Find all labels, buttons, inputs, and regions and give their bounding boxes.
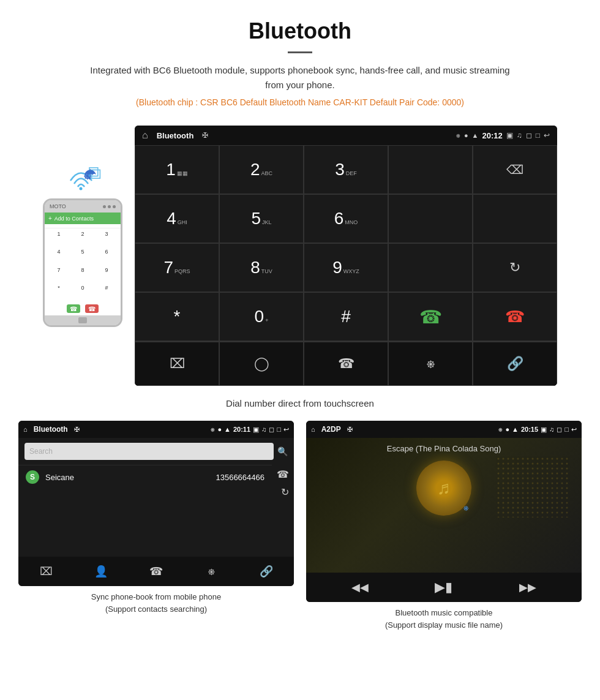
camera-icon[interactable]: ▣ — [506, 131, 513, 140]
pb-bottom-bt[interactable]: ⎈ — [184, 557, 239, 586]
close-icon[interactable]: ◻ — [526, 131, 532, 140]
pb-search-icon[interactable]: 🔍 — [277, 446, 288, 456]
svg-point-0 — [80, 187, 83, 190]
music-status-bar: ⌂ A2DP ✠ ⎈ ● ▲ 20:15 ▣ ♫ ◻ □ ↩ — [306, 421, 582, 438]
dial-key-3[interactable]: 3DEF — [304, 145, 388, 194]
phone-device-mockup: MOTO + Add to Contacts 1 2 3 4 5 6 — [43, 198, 122, 327]
dial-key-7[interactable]: 7PQRS — [135, 243, 219, 292]
dial-refresh-key[interactable]: ↻ — [473, 243, 557, 292]
music-note-icon: ♬ — [437, 478, 451, 499]
dial-key-8[interactable]: 8TUV — [219, 243, 304, 292]
music-x-icon[interactable]: ◻ — [557, 426, 562, 434]
phonebook-screen-wrapper: ⌂ Bluetooth ✠ ⎈ ● ▲ 20:11 ▣ ♫ ◻ □ ↩ — [18, 421, 294, 631]
music-prev-icon[interactable]: ◀◀ — [351, 581, 369, 594]
pb-home-icon[interactable]: ⌂ — [23, 426, 28, 433]
music-play-pause-icon[interactable]: ▶▮ — [435, 579, 452, 595]
pb-bottom-link[interactable]: 🔗 — [239, 557, 294, 586]
music-signal-icon: ▲ — [512, 426, 519, 433]
svg-rect-3 — [496, 456, 569, 517]
pb-contact-number: 13566664466 — [216, 473, 264, 482]
music-back-icon[interactable]: ↩ — [571, 426, 577, 434]
pb-bottom-phone[interactable]: ☎ — [129, 557, 184, 586]
music-win-icon[interactable]: □ — [564, 426, 569, 433]
music-time: 20:15 — [521, 426, 538, 433]
music-home-icon[interactable]: ⌂ — [311, 426, 315, 433]
phone-key-8: 8 — [71, 266, 94, 283]
music-loc-icon: ● — [505, 426, 509, 433]
music-bt-badge-icon: ⎈ — [463, 503, 468, 513]
bottom-screenshots: ⌂ Bluetooth ✠ ⎈ ● ▲ 20:11 ▣ ♫ ◻ □ ↩ — [0, 421, 600, 631]
music-song-title: Escape (The Pina Colada Song) — [387, 444, 501, 453]
dial-status-time: 20:12 — [482, 131, 503, 140]
music-vol-icon[interactable]: ♫ — [549, 426, 554, 433]
dial-key-9[interactable]: 9WXYZ — [304, 243, 388, 292]
pb-phone-right-icon[interactable]: ☎ — [277, 469, 289, 480]
phone-key-3: 3 — [95, 230, 118, 247]
phone-home-button[interactable] — [78, 317, 87, 323]
dial-key-2[interactable]: 2ABC — [219, 145, 304, 194]
backspace-icon: ⌫ — [506, 162, 523, 177]
usb-icon: ✠ — [202, 131, 208, 140]
phone-call-red-btn[interactable]: ☎ — [85, 304, 99, 313]
pb-contact-letter: S — [26, 470, 39, 484]
dial-cell-empty-1 — [388, 145, 473, 194]
dial-bottom-phone-icon[interactable]: ☎ — [304, 342, 388, 386]
pb-win-icon[interactable]: □ — [277, 426, 281, 433]
phone-number-display — [45, 224, 121, 228]
phone-top-bar: MOTO — [45, 200, 121, 213]
dialpad-grid: 1▦▦ 2ABC 3DEF ⌫ 4GHI 5JKL 6MNO — [135, 145, 557, 341]
pb-bottom-grid[interactable]: ⌧ — [18, 557, 73, 586]
dial-backspace-key[interactable]: ⌫ — [473, 145, 557, 194]
dial-bottom-person-icon[interactable]: ◯ — [219, 342, 304, 386]
dial-bottom-bluetooth-icon[interactable]: ⎈ — [388, 342, 473, 386]
phone-key-4: 4 — [47, 247, 70, 265]
volume-icon[interactable]: ♫ — [517, 131, 522, 140]
pb-status-right: ⎈ ● ▲ 20:11 ▣ ♫ ◻ □ ↩ — [211, 426, 289, 434]
dial-key-1[interactable]: 1▦▦ — [135, 145, 219, 194]
dial-key-5[interactable]: 5JKL — [219, 194, 304, 243]
refresh-icon: ↻ — [509, 260, 520, 276]
music-cam-icon[interactable]: ▣ — [541, 426, 547, 434]
dial-call-red[interactable]: ☎ — [473, 292, 557, 341]
pb-bottom-person[interactable]: 👤 — [73, 557, 129, 586]
music-screen-wrapper: ⌂ A2DP ✠ ⎈ ● ▲ 20:15 ▣ ♫ ◻ □ ↩ — [306, 421, 582, 631]
pb-refresh-right-icon[interactable]: ↻ — [281, 486, 289, 498]
music-status-right: ⎈ ● ▲ 20:15 ▣ ♫ ◻ □ ↩ — [498, 426, 577, 434]
dial-key-6[interactable]: 6MNO — [304, 194, 388, 243]
dial-bottom-grid-icon[interactable]: ⌧ — [135, 342, 219, 386]
pb-search-box[interactable]: Search — [24, 443, 274, 460]
dial-key-star[interactable]: * — [135, 292, 219, 341]
music-usb-icon: ✠ — [347, 426, 353, 434]
pb-cam-icon[interactable]: ▣ — [253, 426, 259, 434]
phone-mockup-wrapper: ⧉ ☂ ⎈ MOTO + Add to — [43, 162, 122, 325]
music-next-icon[interactable]: ▶▶ — [519, 581, 536, 594]
back-icon[interactable]: ↩ — [544, 131, 550, 140]
pb-back-icon[interactable]: ↩ — [283, 426, 289, 434]
phone-call-green-btn[interactable]: ☎ — [67, 304, 80, 313]
dial-call-green[interactable]: ☎ — [388, 292, 473, 341]
home-icon[interactable]: ⌂ — [142, 130, 148, 141]
window-icon[interactable]: □ — [536, 131, 540, 140]
pb-caption: Sync phone-book from mobile phone(Suppor… — [91, 591, 221, 615]
dial-cell-empty-4 — [388, 243, 473, 292]
location-status-icon: ● — [464, 132, 468, 139]
dial-key-hash[interactable]: # — [304, 292, 388, 341]
dial-key-0[interactable]: 0+ — [219, 292, 304, 341]
phone-screen: + Add to Contacts 1 2 3 4 5 6 7 8 9 * 0 … — [45, 213, 121, 315]
dial-bottom-link-icon[interactable]: 🔗 — [473, 342, 557, 386]
music-dots-bg — [496, 456, 569, 517]
phone-green-header: + Add to Contacts — [45, 213, 121, 224]
dial-status-title: Bluetooth — [157, 131, 194, 140]
pb-loc-icon: ● — [217, 426, 222, 433]
page-header: Bluetooth Integrated with BC6 Bluetooth … — [0, 0, 600, 126]
pb-vol-icon[interactable]: ♫ — [261, 426, 266, 433]
pb-search-row: Search 🔍 — [18, 438, 294, 465]
music-android-screen: ⌂ A2DP ✠ ⎈ ● ▲ 20:15 ▣ ♫ ◻ □ ↩ — [306, 421, 582, 602]
phone-bottom-bar — [45, 315, 121, 325]
dial-status-bar: ⌂ Bluetooth ✠ ⎈ ● ▲ 20:12 ▣ ♫ ◻ □ ↩ — [135, 126, 557, 145]
pb-x-icon[interactable]: ◻ — [269, 426, 274, 434]
bluetooth-specs: (Bluetooth chip : CSR BC6 Default Blueto… — [12, 97, 588, 107]
dial-key-4[interactable]: 4GHI — [135, 194, 219, 243]
music-status-title: A2DP — [321, 425, 341, 434]
phone-key-1: 1 — [47, 230, 70, 247]
